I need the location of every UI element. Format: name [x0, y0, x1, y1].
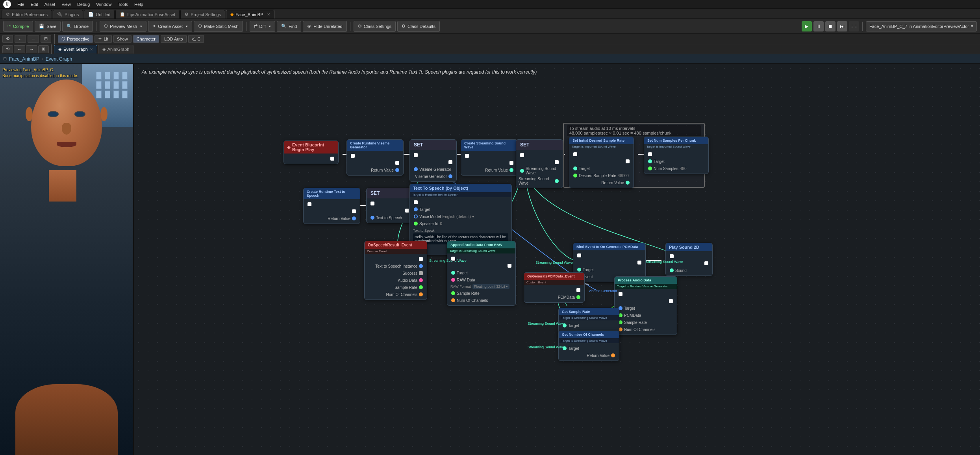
- make-static-mesh-button[interactable]: ⬡ Make Static Mesh: [194, 21, 243, 32]
- viseme-out-pin[interactable]: [448, 174, 452, 178]
- viseme-pin[interactable]: [414, 167, 418, 171]
- return-pin[interactable]: [611, 353, 615, 357]
- stop-button[interactable]: ⏹: [825, 21, 836, 31]
- streaming-pin[interactable]: [520, 169, 524, 173]
- pause-button[interactable]: ⏸: [813, 21, 824, 31]
- menu-help[interactable]: Help: [134, 2, 143, 7]
- num-channels-pin[interactable]: [451, 298, 455, 302]
- menu-debug[interactable]: Debug: [77, 2, 90, 7]
- exec-in-pin[interactable]: [308, 202, 311, 206]
- exec-out-pin[interactable]: [395, 161, 399, 165]
- tab-untitled[interactable]: 📄 Untitled: [84, 10, 115, 18]
- return-pin[interactable]: [352, 216, 356, 220]
- exec-out-pin[interactable]: [626, 159, 630, 163]
- exec-out-pin[interactable]: [352, 209, 356, 213]
- tab-editor-preferences[interactable]: ⚙ Editor Preferences: [2, 10, 52, 18]
- raw-data-pin[interactable]: [451, 278, 455, 282]
- tab-event-graph[interactable]: ◈ Event Graph ✕: [54, 45, 97, 54]
- exec-in-pin[interactable]: [619, 292, 622, 296]
- node-on-speech-result[interactable]: OnSpeechResult_Event Custom Event Text t…: [364, 241, 427, 300]
- target-pin[interactable]: [414, 207, 418, 211]
- exec-out-pin[interactable]: [669, 299, 673, 303]
- graph-nav-right[interactable]: →: [26, 45, 37, 53]
- viewport-nav-forward[interactable]: ←: [15, 35, 26, 43]
- find-button[interactable]: 🔍 Find: [277, 21, 301, 32]
- tts-pin[interactable]: [371, 216, 374, 220]
- graph-nav-back[interactable]: ⟲: [2, 45, 13, 53]
- exec-in-pin[interactable]: [648, 152, 652, 156]
- return-pin[interactable]: [509, 168, 513, 172]
- target-pin[interactable]: [573, 166, 577, 170]
- tab-project-settings[interactable]: ⚙ Project Settings: [180, 10, 225, 18]
- sample-rate-pin[interactable]: [451, 291, 455, 295]
- exec-in-pin[interactable]: [414, 200, 418, 204]
- pcmdata-pin[interactable]: [576, 295, 580, 299]
- loop-button[interactable]: ⋮⋮: [849, 21, 859, 31]
- exec-out-pin[interactable]: [405, 209, 409, 213]
- node-play-sound[interactable]: Play Sound 2D Sound: [665, 243, 713, 276]
- exec-out-pin[interactable]: [448, 160, 452, 164]
- compile-button[interactable]: ⟳ Compile: [3, 21, 33, 32]
- class-defaults-button[interactable]: ⚙ Class Defaults: [397, 21, 440, 32]
- return-pin[interactable]: [395, 168, 399, 172]
- node-create-viseme[interactable]: Create Runtime Viseme Generator Return V…: [346, 139, 404, 176]
- tab-face-animbp[interactable]: ◆ Face_AnimBP ✕: [226, 10, 274, 18]
- menu-view[interactable]: View: [61, 2, 71, 7]
- node-process-audio[interactable]: Process Audio Data Target is Runtime Vis…: [614, 276, 677, 335]
- audio-data-pin[interactable]: [419, 278, 423, 282]
- hide-unrelated-button[interactable]: 👁 Hide Unrelated: [303, 21, 346, 32]
- node-on-generate-pcm[interactable]: OnGeneratePCMData_Event Custom Event PCM…: [524, 272, 585, 303]
- menu-asset[interactable]: Asset: [44, 2, 56, 7]
- tab-close-icon[interactable]: ✕: [267, 12, 270, 17]
- breadcrumb-current[interactable]: Event Graph: [46, 56, 72, 62]
- target-pin[interactable]: [451, 271, 455, 275]
- exec-out-pin[interactable]: [509, 161, 513, 165]
- node-get-num-channels[interactable]: Get Number Of Channels Target is Streami…: [558, 331, 619, 361]
- return-pin[interactable]: [626, 181, 630, 185]
- exec-out-pin[interactable]: [419, 257, 423, 261]
- actor-dropdown[interactable]: Face_AnimBP_C_7 in AnimationEditorPrevie…: [866, 21, 977, 31]
- exec-out-pin[interactable]: [576, 288, 580, 292]
- success-pin[interactable]: [419, 271, 423, 275]
- graph-expand[interactable]: ⊞: [38, 45, 49, 53]
- target-pin[interactable]: [577, 268, 581, 272]
- node-set-viseme[interactable]: SET Viseme Generator Viseme Generator: [409, 139, 457, 182]
- exec-in-pin[interactable]: [520, 153, 524, 157]
- menu-edit[interactable]: Edit: [31, 2, 38, 7]
- show-button[interactable]: Show: [113, 35, 132, 43]
- diff-button[interactable]: ⇄ Diff: [250, 21, 275, 32]
- node-event-begin-play[interactable]: ◈ Event Blueprint Begin Play: [283, 141, 339, 164]
- tab-plugins[interactable]: 🔌 Plugins: [53, 10, 83, 18]
- exec-out-pin[interactable]: [704, 261, 708, 265]
- exec-out-pin[interactable]: [508, 264, 511, 268]
- node-create-streaming[interactable]: Create Streaming Sound Wave Return Value: [461, 139, 518, 176]
- exec-in-pin[interactable]: [414, 153, 418, 157]
- target-pin[interactable]: [648, 159, 652, 163]
- streaming-out-pin[interactable]: [555, 179, 559, 183]
- menu-window[interactable]: Window: [96, 2, 111, 7]
- lit-button[interactable]: ☀ Lit: [94, 35, 112, 43]
- num-channels-pin[interactable]: [419, 292, 423, 296]
- sample-rate-pin[interactable]: [573, 174, 577, 178]
- character-button[interactable]: Character: [133, 35, 159, 43]
- class-settings-button[interactable]: ⚙ Class Settings: [354, 21, 396, 32]
- viewport-nav-back[interactable]: ⟲: [2, 35, 13, 43]
- perspective-button[interactable]: ⬡ Perspective: [58, 35, 93, 43]
- sample-rate-pin[interactable]: [419, 285, 423, 289]
- exec-in-pin[interactable]: [670, 254, 674, 258]
- graph-nav-forward[interactable]: ←: [14, 45, 25, 53]
- create-asset-button[interactable]: ✦ Create Asset: [148, 21, 192, 32]
- tab-lipsanimation[interactable]: 📋 LipsAnimationPoseAsset: [115, 10, 180, 18]
- node-set-tts[interactable]: SET Text to Speech: [366, 188, 413, 223]
- node-set-num-samples[interactable]: Set Num Samples Per Chunk Target is Impo…: [644, 137, 709, 174]
- event-graph-close-icon[interactable]: ✕: [90, 47, 93, 52]
- tab-anim-graph[interactable]: ◈ AnimGraph: [98, 45, 134, 54]
- play-button[interactable]: ▶: [802, 21, 812, 31]
- exec-in-pin[interactable]: [465, 154, 469, 158]
- zoom-button[interactable]: x1 C: [188, 35, 204, 43]
- viewport-expand[interactable]: ⊞: [41, 35, 51, 43]
- save-button[interactable]: 💾 Save: [35, 21, 61, 32]
- menu-tools[interactable]: Tools: [118, 2, 128, 7]
- exec-out-pin[interactable]: [637, 261, 641, 264]
- tts-instance-pin[interactable]: [419, 264, 423, 268]
